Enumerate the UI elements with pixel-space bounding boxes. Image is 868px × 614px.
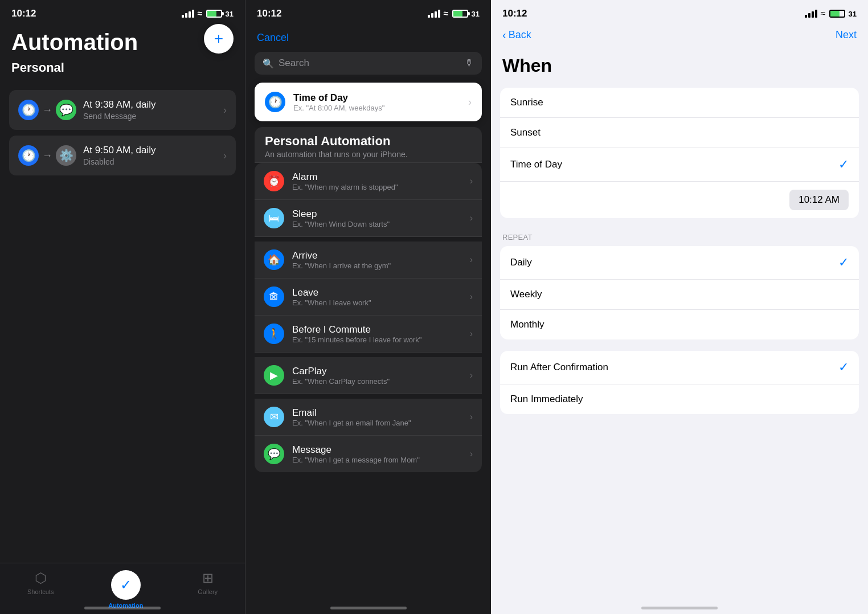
section-title: Personal — [11, 60, 234, 75]
automation-item[interactable]: 🕐 → ⚙️ At 9:50 AM, daily Disabled › — [9, 136, 236, 175]
leave-icon: 🏚 — [264, 286, 284, 307]
automation-list: 🕐 → 💬 At 9:38 AM, daily Send Message › 🕐… — [0, 90, 245, 175]
tab-automation[interactable]: ✓ Automation — [108, 570, 143, 609]
status-icons-2: ≈ 31 — [428, 9, 480, 19]
automation-item[interactable]: 🕐 → 💬 At 9:38 AM, daily Send Message › — [9, 90, 236, 130]
screen1-header: + Automation Personal — [0, 24, 245, 81]
screen2: 10:12 ≈ 31 Cancel 🔍 Search 🎙 🕐 Time — [245, 0, 491, 614]
run-immediately-row[interactable]: Run Immediately — [500, 384, 859, 414]
settings-icon-2: ⚙️ — [56, 145, 76, 166]
status-bar-2: 10:12 ≈ 31 — [245, 0, 491, 24]
sunrise-row[interactable]: Sunrise — [500, 88, 859, 118]
back-button[interactable]: ‹ Back — [502, 28, 531, 42]
back-label: Back — [509, 29, 531, 41]
selected-item-card[interactable]: 🕐 Time of Day Ex. "At 8:00 AM, weekdays"… — [255, 83, 482, 121]
arrive-sub: Ex. "When I arrive at the gym" — [292, 261, 391, 270]
daily-label: Daily — [510, 257, 532, 268]
carplay-title: CarPlay — [292, 366, 390, 377]
status-time-2: 10:12 — [257, 8, 281, 19]
run-after-confirmation-row[interactable]: Run After Confirmation ✓ — [500, 351, 859, 384]
message-title: Message — [292, 444, 420, 456]
screen3: 10:12 ≈ 31 ‹ Back Next When Sunrise — [491, 0, 868, 614]
battery-icon-3 — [829, 10, 845, 18]
automation-options-list: ⏰ Alarm Ex. "When my alarm is stopped" ›… — [245, 163, 491, 472]
time-of-day-check: ✓ — [838, 157, 849, 172]
list-item-email[interactable]: ✉ Email Ex. "When I get an email from Ja… — [255, 394, 482, 436]
list-item-commute[interactable]: 🚶 Before I Commute Ex. "15 minutes befor… — [255, 316, 482, 353]
status-time-1: 10:12 — [11, 8, 36, 19]
alarm-icon: ⏰ — [264, 171, 284, 191]
battery-percent-2: 31 — [472, 10, 480, 18]
list-item-message[interactable]: 💬 Message Ex. "When I get a message from… — [255, 436, 482, 472]
search-placeholder[interactable]: Search — [279, 58, 460, 69]
shortcuts-icon: ⬡ — [35, 570, 47, 586]
daily-row[interactable]: Daily ✓ — [500, 246, 859, 280]
carplay-icon: ▶ — [264, 365, 284, 386]
arrive-icon: 🏠 — [264, 249, 284, 270]
selected-item-title: Time of Day — [293, 92, 384, 104]
signal-bars-3 — [805, 10, 817, 18]
search-icon: 🔍 — [263, 58, 274, 69]
list-item-leave[interactable]: 🏚 Leave Ex. "When I leave work" › — [255, 279, 482, 316]
automation-icon-row: 🕐 → 💬 — [18, 100, 76, 120]
time-pill[interactable]: 10:12 AM — [789, 190, 849, 210]
weekly-row[interactable]: Weekly — [500, 280, 859, 310]
sleep-chevron: › — [470, 213, 473, 223]
status-icons-3: ≈ 31 — [805, 9, 857, 19]
chevron-icon-1: › — [223, 104, 227, 116]
gallery-label: Gallery — [198, 588, 218, 595]
modal-title: Personal Automation — [265, 134, 472, 149]
status-bar-1: 10:12 ≈ 31 — [0, 0, 245, 24]
tab-gallery[interactable]: ⊞ Gallery — [198, 570, 218, 595]
status-icons-1: ≈ 31 — [182, 9, 234, 19]
commute-chevron: › — [470, 329, 473, 339]
message-sub: Ex. "When I get a message from Mom" — [292, 456, 420, 464]
sunset-row[interactable]: Sunset — [500, 118, 859, 148]
screen2-nav: Cancel — [245, 24, 491, 44]
next-button[interactable]: Next — [836, 29, 857, 41]
back-chevron-icon: ‹ — [502, 28, 506, 42]
automation-tab-icon: ✓ — [120, 577, 132, 593]
add-automation-button[interactable]: + — [204, 24, 234, 54]
selected-item-sub: Ex. "At 8:00 AM, weekdays" — [293, 104, 384, 112]
battery-percent-3: 31 — [849, 10, 857, 18]
arrive-chevron: › — [470, 255, 473, 265]
search-bar[interactable]: 🔍 Search 🎙 — [255, 52, 482, 75]
when-title: When — [491, 51, 868, 88]
list-item-arrive[interactable]: 🏠 Arrive Ex. "When I arrive at the gym" … — [255, 237, 482, 279]
cancel-button[interactable]: Cancel — [257, 32, 289, 44]
run-after-confirmation-label: Run After Confirmation — [510, 362, 608, 373]
list-item-sleep[interactable]: 🛏 Sleep Ex. "When Wind Down starts" › — [255, 200, 482, 237]
run-after-check: ✓ — [838, 360, 849, 375]
wifi-icon-2: ≈ — [444, 9, 449, 19]
sunset-label: Sunset — [510, 127, 541, 138]
selected-chevron: › — [468, 96, 472, 108]
message-icon-1: 💬 — [56, 100, 76, 120]
modal-subtitle: An automation that runs on your iPhone. — [265, 150, 472, 159]
arrive-title: Arrive — [292, 250, 391, 261]
leave-sub: Ex. "When I leave work" — [292, 298, 371, 307]
email-title: Email — [292, 407, 411, 419]
time-of-day-row[interactable]: Time of Day ✓ — [500, 148, 859, 182]
shortcuts-label: Shortcuts — [27, 588, 54, 595]
home-indicator-3 — [641, 607, 718, 609]
sleep-icon: 🛏 — [264, 208, 284, 228]
status-bar-3: 10:12 ≈ 31 — [491, 0, 868, 24]
automation-sub-2: Disabled — [83, 157, 156, 166]
list-item-carplay[interactable]: ▶ CarPlay Ex. "When CarPlay connects" › — [255, 353, 482, 394]
clock-icon-2: 🕐 — [18, 145, 39, 166]
automation-title-1: At 9:38 AM, daily — [83, 99, 156, 110]
wifi-icon-3: ≈ — [821, 9, 826, 19]
automation-tab-bg: ✓ — [111, 570, 141, 600]
commute-title: Before I Commute — [292, 324, 421, 335]
modal-header-block: Personal Automation An automation that r… — [255, 127, 482, 163]
repeat-section-label: REPEAT — [491, 230, 868, 246]
wifi-icon-1: ≈ — [198, 9, 203, 19]
message-chevron: › — [470, 449, 473, 459]
battery-percent-1: 31 — [226, 10, 234, 18]
list-item-alarm[interactable]: ⏰ Alarm Ex. "When my alarm is stopped" › — [255, 163, 482, 200]
tab-shortcuts[interactable]: ⬡ Shortcuts — [27, 570, 54, 595]
monthly-row[interactable]: Monthly — [500, 310, 859, 339]
sleep-title: Sleep — [292, 208, 390, 220]
weekly-label: Weekly — [510, 289, 542, 300]
